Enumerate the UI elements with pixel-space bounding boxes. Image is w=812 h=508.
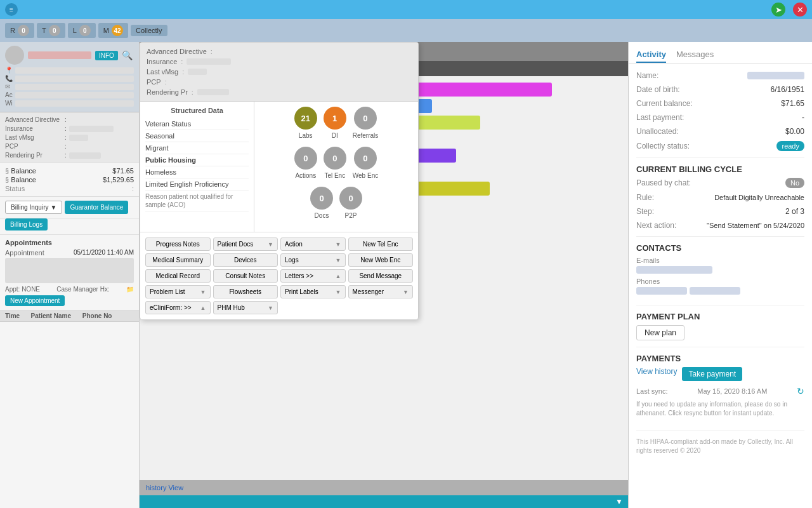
history-view-label[interactable]: history View — [146, 484, 183, 491]
labs-badge[interactable]: 21 Labs — [294, 107, 317, 139]
print-labels-button[interactable]: Print Labels ▼ — [280, 285, 346, 298]
messages-tab[interactable]: Messages — [676, 47, 714, 63]
medical-summary-button[interactable]: Medical Summary — [145, 253, 211, 267]
wi-label: Wi — [5, 100, 13, 107]
appt-label1: Appointment — [5, 249, 44, 257]
payments-title: PAYMENTS — [636, 347, 804, 363]
rule-label: Rule: — [636, 193, 654, 202]
action-button[interactable]: Action ▼ — [280, 237, 346, 251]
print-labels-arrow: ▼ — [336, 289, 341, 295]
right-tabs: Activity Messages — [629, 42, 812, 64]
problem-list-button[interactable]: Problem List ▼ — [145, 285, 211, 298]
balance-section: § Balance $71.65 § Balance $1,529.65 Sta… — [0, 163, 139, 197]
public-housing-item[interactable]: Public Housing — [145, 154, 249, 166]
insurance-label: Insurance — [5, 125, 62, 132]
email-contact-bar — [636, 266, 712, 274]
take-payment-button[interactable]: Take payment — [682, 367, 742, 381]
activity-tab[interactable]: Activity — [636, 47, 666, 63]
messenger-label: Messenger — [353, 288, 384, 295]
email-field — [15, 84, 134, 90]
expand-icon[interactable]: ▼ — [615, 497, 623, 506]
messenger-arrow: ▼ — [403, 289, 409, 295]
view-history-link[interactable]: View history — [636, 367, 677, 381]
homeless-item[interactable]: Homeless — [145, 166, 249, 178]
appointment-meta: Appt: NONE Case Manager Hx: 📁 — [5, 286, 134, 293]
send-message-button[interactable]: Send Message — [348, 269, 414, 283]
vmsg-bar — [188, 69, 207, 75]
refresh-icon[interactable]: ↻ — [797, 386, 804, 396]
medical-record-button[interactable]: Medical Record — [145, 269, 211, 283]
forward-button[interactable]: ➤ — [771, 3, 785, 17]
info-button[interactable]: INFO — [95, 51, 118, 60]
seasonal-item[interactable]: Seasonal — [145, 130, 249, 142]
new-web-enc-button[interactable]: New Web Enc — [348, 253, 414, 267]
tel-enc-label: Tel Enc — [324, 172, 345, 179]
phm-hub-button[interactable]: PHM Hub ▼ — [213, 301, 278, 314]
case-manager-label: Case Manager Hx: — [56, 286, 109, 293]
search-icon[interactable]: 🔍 — [122, 50, 133, 60]
web-enc-label: Web Enc — [353, 172, 378, 179]
patient-docs-button[interactable]: Patient Docs ▼ — [213, 237, 278, 251]
letters-button[interactable]: Letters >> ▲ — [280, 269, 346, 283]
progress-notes-button[interactable]: Progress Notes — [145, 237, 211, 251]
tel-enc-badge[interactable]: 0 Tel Enc — [324, 147, 346, 179]
billing-logs-button[interactable]: Billing Logs — [5, 218, 48, 231]
unallocated-value: $0.00 — [785, 127, 804, 136]
next-action-row: Next action: "Send Statement" on 5/24/20… — [636, 221, 804, 230]
nav-l-tab[interactable]: L 0 — [68, 23, 96, 38]
contacts-title: CONTACTS — [636, 236, 804, 253]
new-appointment-button[interactable]: New Appointment — [5, 295, 65, 306]
nav-t-tab[interactable]: T 0 — [37, 23, 65, 38]
docs-badge[interactable]: 0 Docs — [310, 187, 333, 219]
name-row: Name: — [636, 71, 804, 80]
web-enc-count: 0 — [354, 147, 377, 170]
close-button[interactable]: ✕ — [793, 3, 807, 17]
rule-value: Default Digitally Unreachable — [714, 194, 804, 201]
p2p-label: P2P — [345, 212, 357, 219]
referrals-badge[interactable]: 0 Referrals — [353, 107, 379, 139]
migrant-item[interactable]: Migrant — [145, 142, 249, 154]
eclinforms-button[interactable]: eCliniForm: >> ▲ — [145, 301, 211, 314]
limited-english-item[interactable]: Limited English Proficiency — [145, 178, 249, 190]
di-badge[interactable]: 1 DI — [324, 107, 346, 139]
billing-inquiry-button[interactable]: Billing Inquiry ▼ — [5, 201, 62, 214]
web-enc-badge[interactable]: 0 Web Enc — [353, 147, 378, 179]
veteran-status-item[interactable]: Veteran Status — [145, 118, 249, 130]
reason-aco-item[interactable]: Reason patient not qualified for sample … — [145, 190, 249, 211]
collectly-tab[interactable]: Collectly — [131, 25, 167, 36]
consult-notes-button[interactable]: Consult Notes — [213, 269, 278, 283]
step-row: Step: 2 of 3 — [636, 207, 804, 216]
logs-button[interactable]: Logs ▼ — [280, 253, 346, 267]
new-plan-button[interactable]: New plan — [636, 325, 684, 340]
billing-logs-row: Billing Logs — [0, 218, 139, 235]
phm-hub-arrow: ▼ — [268, 305, 273, 311]
nav-m-tab[interactable]: M 42 — [98, 23, 128, 38]
flowsheets-button[interactable]: Flowsheets — [213, 285, 278, 298]
p2p-badge[interactable]: 0 P2P — [339, 187, 362, 219]
guarantor-balance-button[interactable]: Guarantor Balance — [65, 201, 128, 214]
dropdown-arrow: ▼ — [50, 204, 56, 211]
popup-patient-info: Advanced Directive : Insurance : Last vM… — [140, 43, 418, 102]
rule-row: Rule: Default Digitally Unreachable — [636, 193, 804, 202]
adv-dir-colon: : — [211, 48, 213, 55]
phone-bar-1 — [636, 287, 687, 295]
nav-area: R 0 T 0 L 0 M 42 Collectly — [0, 19, 812, 42]
messenger-button[interactable]: Messenger ▼ — [348, 285, 414, 298]
structured-title: Structured Data — [145, 107, 249, 114]
current-balance-label: Current balance: — [636, 99, 693, 108]
new-tel-enc-button[interactable]: New Tel Enc — [348, 237, 414, 251]
nav-r-tab[interactable]: R 0 — [5, 23, 34, 38]
step-label: Step: — [636, 207, 654, 216]
sync-row: Last sync: May 15, 2020 8:16 AM ↻ — [636, 386, 804, 396]
devices-button[interactable]: Devices — [213, 253, 278, 267]
tel-enc-count: 0 — [324, 147, 346, 170]
advanced-directive-label: Advanced Directive — [5, 116, 62, 123]
last-sync-label: Last sync: — [636, 387, 668, 395]
appointments-table: Time Patient Name Phone No — [0, 310, 139, 508]
last-payment-row: Last payment: - — [636, 113, 804, 122]
actions-badge[interactable]: 0 Actions — [294, 147, 317, 179]
pcp-label-popup: PCP — [147, 78, 161, 86]
folder-icon[interactable]: 📁 — [126, 286, 134, 293]
last-sync-value: May 15, 2020 8:16 AM — [697, 387, 767, 395]
badges-row-1: 21 Labs 1 DI 0 Referrals — [259, 107, 413, 139]
